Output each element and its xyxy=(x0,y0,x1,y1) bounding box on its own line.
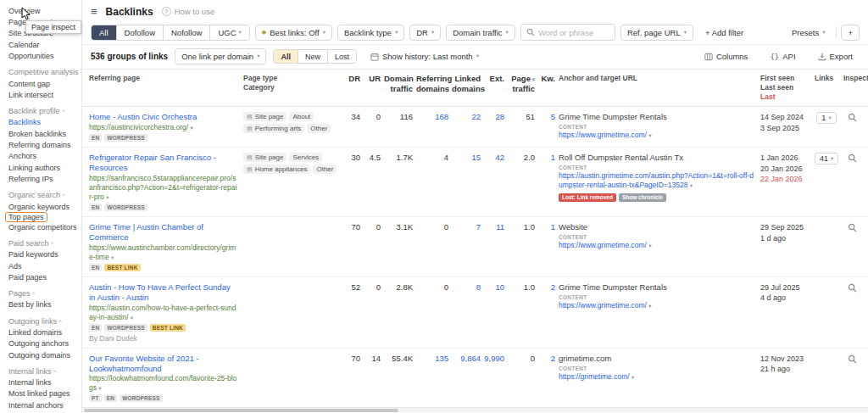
inspect-icon[interactable] xyxy=(848,354,857,364)
sidebar-section-internal-links[interactable]: Internal links ^ xyxy=(8,366,81,377)
column-header-page-traffic[interactable]: Page ▾traffic xyxy=(508,74,538,102)
links-dropdown[interactable]: 41▾ xyxy=(815,153,838,165)
column-header-linked-domains[interactable]: Linkeddomains xyxy=(452,74,484,102)
metric-kw[interactable]: 1 xyxy=(538,153,559,162)
api-button[interactable]: {} API xyxy=(763,48,802,64)
page-type-chip[interactable]: ▤Site page xyxy=(243,153,287,162)
search-box[interactable] xyxy=(520,24,615,41)
metric-linked-domains[interactable]: 7 xyxy=(452,222,484,232)
metric-referring-domains[interactable]: 168 xyxy=(416,112,452,121)
history-tab-new[interactable]: New xyxy=(298,50,328,63)
column-header-ur[interactable]: UR xyxy=(364,74,384,102)
sidebar-item-most-linked-pages[interactable]: Most linked pages xyxy=(8,388,81,399)
sidebar-item-referring-ips[interactable]: Referring IPs xyxy=(8,174,81,185)
show-history-button[interactable]: Show history: Last month ▾ xyxy=(364,48,486,64)
metric-ext[interactable]: 9,990 xyxy=(484,354,508,363)
history-tab-lost[interactable]: Lost xyxy=(328,50,356,63)
sidebar-item-best-by-links[interactable]: Best by links xyxy=(8,299,81,310)
referring-page-url[interactable]: https://austin.com/how-to-have-a-perfect… xyxy=(89,304,238,322)
column-header-domain-traffic[interactable]: Domaintraffic xyxy=(384,74,416,102)
inspect-icon[interactable] xyxy=(848,153,857,163)
metric-linked-domains[interactable]: 15 xyxy=(452,153,484,162)
column-header-dr[interactable]: DR xyxy=(343,74,364,102)
column-header-anchor[interactable]: Anchor and target URL xyxy=(559,74,760,102)
sidebar-section-organic-search[interactable]: Organic search ^ xyxy=(8,190,81,201)
filter-all[interactable]: All xyxy=(92,25,117,40)
sidebar-item-top-pages[interactable]: Top pages xyxy=(6,213,47,221)
referring-page-link[interactable]: Our Favorite Website of 2021 - Lookwhatm… xyxy=(89,354,238,374)
sidebar-item-calendar[interactable]: Calendar xyxy=(8,39,81,50)
export-button[interactable]: Export xyxy=(811,48,860,64)
sidebar-item-link-intersect[interactable]: Link intersect xyxy=(8,89,81,100)
columns-button[interactable]: Columns xyxy=(698,48,755,64)
sidebar-item-backlinks[interactable]: Backlinks xyxy=(8,117,81,128)
column-header-referring-domains[interactable]: Referringdomains xyxy=(416,74,452,102)
sidebar-section-pages[interactable]: Pages ^ xyxy=(8,288,81,299)
page-type-chip[interactable]: Other xyxy=(313,165,337,174)
column-header-links[interactable]: Links xyxy=(815,74,843,102)
page-type-chip[interactable]: ▤Home appliances xyxy=(243,165,310,174)
sidebar-section-competitive-analysis[interactable]: Competitive analysis ^ xyxy=(8,67,81,78)
column-header-kw[interactable]: Kw. xyxy=(538,74,559,102)
menu-icon[interactable]: ≡ xyxy=(91,5,97,18)
referring-page-link[interactable]: Austin - How To Have A Perfect Sunday in… xyxy=(89,282,238,303)
column-header-inspect[interactable]: Inspect xyxy=(843,74,865,102)
metric-linked-domains[interactable]: 8 xyxy=(452,282,484,292)
sidebar-item-anchors[interactable]: Anchors xyxy=(8,151,81,162)
sidebar-section-backlink-profile[interactable]: Backlink profile ^ xyxy=(8,106,81,117)
metric-ext[interactable]: 42 xyxy=(484,153,508,162)
add-preset-button[interactable]: + xyxy=(841,25,860,41)
target-url[interactable]: https://www.grimetime.com/ ▾ xyxy=(559,131,755,140)
page-type-chip[interactable]: About xyxy=(289,112,314,121)
column-header-first-seen[interactable]: First seenLast seenLast xyxy=(760,74,815,102)
sidebar-item-paid-keywords[interactable]: Paid keywords xyxy=(8,249,81,260)
inspect-icon[interactable] xyxy=(848,113,857,122)
sidebar-item-internal-anchors[interactable]: Internal anchors xyxy=(8,399,81,410)
search-input[interactable] xyxy=(538,28,609,37)
column-header-page-type[interactable]: Page typeCategory xyxy=(243,74,343,102)
referring-page-link[interactable]: Grime Time | Austin Chamber of Commerce xyxy=(89,222,238,243)
filter-dropdown-best-links-off[interactable]: ◆Best links: Off▾ xyxy=(255,25,332,41)
metric-kw[interactable]: 2 xyxy=(538,282,559,292)
metric-ext[interactable]: 11 xyxy=(484,222,508,232)
target-url[interactable]: https://austin.grimetime.com/austin.php?… xyxy=(559,171,755,190)
filter-ugc[interactable]: UGC▾ xyxy=(210,25,248,40)
referring-page-link[interactable]: Refrigerator Repair San Francisco - Reso… xyxy=(89,153,238,173)
sidebar-item-content-gap[interactable]: Content gap xyxy=(8,78,81,89)
sidebar-section-outgoing-links[interactable]: Outgoing links ^ xyxy=(8,315,81,326)
metric-kw[interactable]: 1 xyxy=(538,222,559,232)
links-dropdown[interactable]: 1▾ xyxy=(816,112,836,124)
target-url[interactable]: https://grimetime.com/ ▾ xyxy=(559,372,755,382)
ref-page-url-dropdown[interactable]: Ref. page URL ▾ xyxy=(620,25,693,41)
filter-dropdown-dr[interactable]: DR▾ xyxy=(409,25,441,41)
target-url[interactable]: https://www.grimetime.com/ ▾ xyxy=(559,241,755,250)
column-header-ext[interactable]: Ext. xyxy=(484,74,508,102)
metric-ext[interactable]: 28 xyxy=(484,112,508,121)
filter-dropdown-backlink-type[interactable]: Backlink type▾ xyxy=(337,25,404,41)
filter-dropdown-domain-traffic[interactable]: Domain traffic▾ xyxy=(446,25,515,41)
inspect-icon[interactable] xyxy=(848,283,857,293)
target-url[interactable]: https://www.grimetime.com/ ▾ xyxy=(559,301,755,310)
sidebar-item-referring-domains[interactable]: Referring domains xyxy=(8,139,81,150)
sidebar-item-linked-domains[interactable]: Linked domains xyxy=(8,326,81,338)
inspect-icon[interactable] xyxy=(848,223,857,232)
scrollbar-thumb[interactable] xyxy=(84,409,398,412)
page-type-chip[interactable]: Other xyxy=(307,124,331,133)
history-tab-all[interactable]: All xyxy=(274,50,298,63)
metric-referring-domains[interactable]: 135 xyxy=(416,354,452,363)
metric-ext[interactable]: 10 xyxy=(484,282,508,292)
add-filter-button[interactable]: + Add filter xyxy=(698,25,750,41)
page-type-chip[interactable]: ▤Site page xyxy=(243,112,287,121)
metric-linked-domains[interactable]: 22 xyxy=(452,112,484,121)
referring-page-url[interactable]: https://sanfrancisco.5starappliancerepai… xyxy=(89,174,238,202)
sidebar-section-paid-search[interactable]: Paid search ^ xyxy=(8,238,81,249)
sidebar-item-outgoing-domains[interactable]: Outgoing domains xyxy=(8,349,81,360)
sidebar-item-ads[interactable]: Ads xyxy=(8,260,81,271)
sidebar-item-internal-links[interactable]: Internal links xyxy=(8,377,81,388)
filter-nofollow[interactable]: Nofollow xyxy=(164,25,210,40)
page-type-chip[interactable]: Services xyxy=(289,153,322,162)
sidebar-item-opportunities[interactable]: Opportunities xyxy=(8,51,81,62)
sidebar-item-organic-keywords[interactable]: Organic keywords xyxy=(8,201,81,212)
filter-dofollow[interactable]: Dofollow xyxy=(117,25,164,40)
sidebar-item-organic-competitors[interactable]: Organic competitors xyxy=(8,221,81,232)
